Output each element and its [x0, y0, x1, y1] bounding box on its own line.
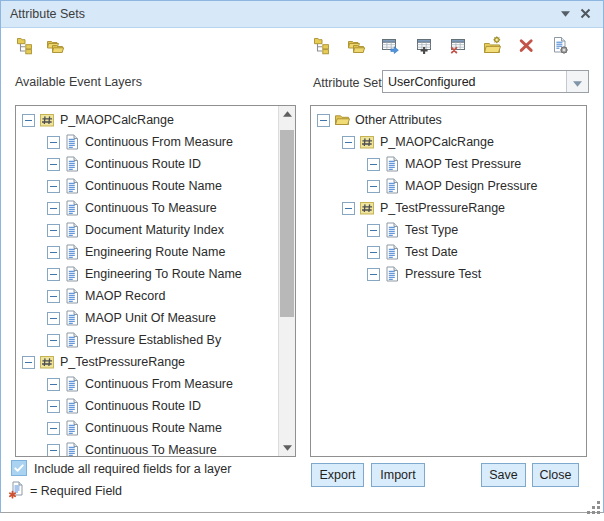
tree-node[interactable]: Test Type: [311, 219, 586, 241]
tree-node-label: Engineering To Route Name: [85, 267, 242, 281]
tree-node[interactable]: P_MAOPCalcRange: [16, 109, 278, 131]
collapse-toggle[interactable]: [367, 158, 380, 171]
collapse-toggle[interactable]: [47, 444, 60, 457]
export-button[interactable]: Export: [311, 463, 364, 487]
tree-node[interactable]: MAOP Record: [16, 285, 278, 307]
collapse-toggle[interactable]: [47, 312, 60, 325]
toolbar-add-event-layers-button[interactable]: [14, 36, 36, 58]
save-button[interactable]: Save: [481, 463, 526, 487]
vertical-scrollbar[interactable]: [278, 106, 295, 456]
field-doc-icon: [64, 178, 80, 194]
dropdown-arrow-button[interactable]: [566, 71, 588, 92]
collapse-toggle[interactable]: [47, 422, 60, 435]
tree-node-label: Continuous From Measure: [85, 135, 233, 149]
toolbar-new-attribute-set-button[interactable]: [413, 36, 435, 58]
tree-node-label: MAOP Record: [85, 289, 165, 303]
collapse-toggle[interactable]: [367, 246, 380, 259]
collapse-toggle[interactable]: [342, 136, 355, 149]
collapse-toggle[interactable]: [47, 268, 60, 281]
close-icon[interactable]: [577, 5, 594, 22]
tree-node[interactable]: Continuous Route Name: [16, 175, 278, 197]
collapse-toggle[interactable]: [47, 334, 60, 347]
window-menu-caret-icon[interactable]: [557, 5, 574, 22]
tree-node-label: P_MAOPCalcRange: [380, 135, 494, 149]
tree-node[interactable]: P_TestPressureRange: [311, 197, 586, 219]
tree-node-label: Pressure Test: [405, 267, 481, 281]
red-x-icon: [517, 36, 536, 59]
tree-node[interactable]: MAOP Test Pressure: [311, 153, 586, 175]
collapse-toggle[interactable]: [47, 378, 60, 391]
toolbar-export-attribute-set-button[interactable]: [379, 36, 401, 58]
import-button[interactable]: Import: [371, 463, 425, 487]
toolbar-new-folder-button[interactable]: [481, 36, 503, 58]
available-layers-tree: P_MAOPCalcRangeContinuous From MeasureCo…: [16, 106, 278, 456]
tree-node[interactable]: Pressure Test: [311, 263, 586, 285]
toolbar-open-attribute-folder-button[interactable]: [345, 36, 367, 58]
tree-node[interactable]: Document Maturity Index: [16, 219, 278, 241]
tree-node-label: Continuous Route ID: [85, 399, 201, 413]
close-button[interactable]: Close: [532, 463, 579, 487]
field-doc-icon: [384, 222, 400, 238]
collapse-toggle[interactable]: [47, 224, 60, 237]
scroll-up-arrow[interactable]: [279, 106, 295, 122]
include-required-checkbox[interactable]: [11, 460, 27, 476]
attribute-set-dropdown[interactable]: UserConfigured: [382, 70, 589, 93]
tree-node[interactable]: Other Attributes: [311, 109, 586, 131]
collapse-toggle[interactable]: [367, 224, 380, 237]
tree-node[interactable]: Continuous To Measure: [16, 197, 278, 219]
collapse-toggle[interactable]: [47, 290, 60, 303]
collapse-toggle[interactable]: [22, 356, 35, 369]
collapse-toggle[interactable]: [367, 268, 380, 281]
tree-node-label: Pressure Established By: [85, 333, 221, 347]
tree-node-label: P_MAOPCalcRange: [60, 113, 174, 127]
scrollbar-thumb[interactable]: [280, 130, 294, 317]
tree-node[interactable]: Engineering Route Name: [16, 241, 278, 263]
collapse-toggle[interactable]: [47, 180, 60, 193]
toolbar-open-layer-folder-button[interactable]: [44, 36, 66, 58]
tree-node-label: Engineering Route Name: [85, 245, 225, 259]
tree-node-label: MAOP Test Pressure: [405, 157, 521, 171]
tree-node[interactable]: Continuous From Measure: [16, 131, 278, 153]
tree-node[interactable]: Test Date: [311, 241, 586, 263]
event-layer-icon: [359, 134, 375, 150]
tree-node[interactable]: MAOP Unit Of Measure: [16, 307, 278, 329]
tree-node-label: Continuous Route Name: [85, 421, 222, 435]
chevron-down-icon: [573, 73, 582, 91]
collapse-toggle[interactable]: [342, 202, 355, 215]
tree-node[interactable]: Engineering To Route Name: [16, 263, 278, 285]
collapse-toggle[interactable]: [47, 400, 60, 413]
tree-node[interactable]: Continuous To Measure: [16, 439, 278, 456]
field-doc-icon: [64, 442, 80, 456]
tree-node[interactable]: P_TestPressureRange: [16, 351, 278, 373]
table-arrow-icon: [381, 36, 400, 59]
field-doc-icon: [64, 222, 80, 238]
window-title: Attribute Sets: [10, 7, 85, 21]
available-layers-panel: P_MAOPCalcRangeContinuous From MeasureCo…: [15, 105, 296, 457]
include-required-label: Include all required fields for a layer: [34, 462, 231, 476]
tree-node[interactable]: Continuous Route Name: [16, 417, 278, 439]
collapse-toggle[interactable]: [367, 180, 380, 193]
field-doc-icon: [384, 156, 400, 172]
scroll-down-arrow[interactable]: [279, 440, 295, 456]
collapse-toggle[interactable]: [47, 136, 60, 149]
collapse-toggle[interactable]: [22, 114, 35, 127]
tree-node[interactable]: Pressure Established By: [16, 329, 278, 351]
tree-node[interactable]: Continuous Route ID: [16, 395, 278, 417]
toolbar-delete-attribute-set-button[interactable]: [447, 36, 469, 58]
tree-node[interactable]: MAOP Design Pressure: [311, 175, 586, 197]
collapse-toggle[interactable]: [47, 202, 60, 215]
attribute-set-panel: Other AttributesP_MAOPCalcRangeMAOP Test…: [310, 105, 587, 457]
collapse-toggle[interactable]: [47, 246, 60, 259]
titlebar[interactable]: Attribute Sets: [1, 1, 603, 28]
toolbar-remove-item-button[interactable]: [515, 36, 537, 58]
resize-grip[interactable]: [586, 500, 602, 516]
field-doc-icon: [64, 398, 80, 414]
collapse-toggle[interactable]: [317, 114, 330, 127]
toolbar-add-attribute-tree-button[interactable]: [311, 36, 333, 58]
collapse-toggle[interactable]: [47, 158, 60, 171]
field-doc-icon: [384, 178, 400, 194]
tree-node[interactable]: Continuous From Measure: [16, 373, 278, 395]
toolbar-attribute-set-properties-button[interactable]: [549, 36, 571, 58]
tree-node[interactable]: P_MAOPCalcRange: [311, 131, 586, 153]
tree-node[interactable]: Continuous Route ID: [16, 153, 278, 175]
